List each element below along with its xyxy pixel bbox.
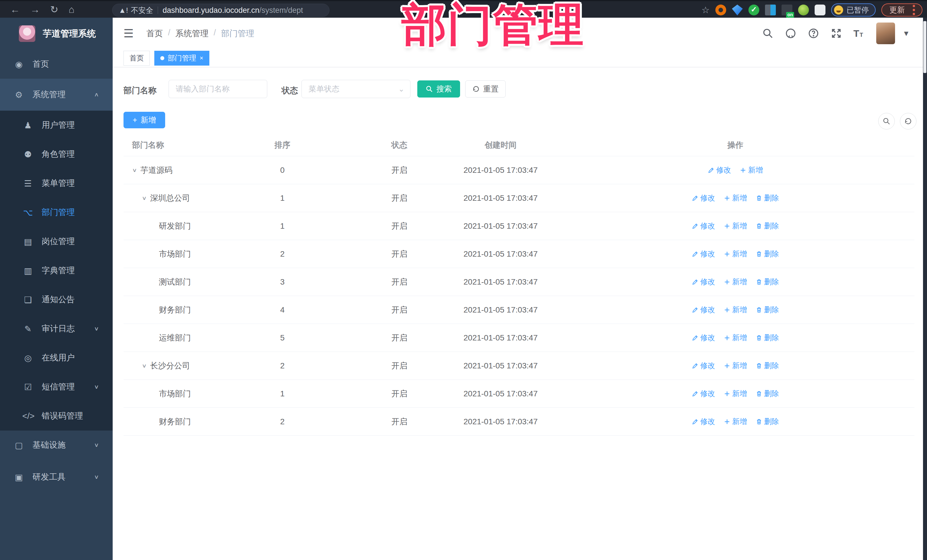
order-value: 5: [211, 333, 354, 343]
add-action-link[interactable]: 新增: [740, 165, 763, 175]
search-icon[interactable]: [762, 28, 774, 39]
sidebar-item-1[interactable]: ⚙系统管理∧: [0, 79, 112, 111]
edit-action-link[interactable]: 修改: [692, 305, 715, 315]
table-row: ∨芋道源码0开启2021-01-05 17:03:47修改新增: [123, 156, 915, 184]
add-action-link[interactable]: 新增: [723, 417, 747, 426]
sidebar-item-9[interactable]: ✎审计日志∨: [0, 314, 112, 343]
sidebar-item-label: 字典管理: [42, 265, 75, 276]
dev-tools-icon: ▣: [13, 472, 24, 482]
add-action-link[interactable]: 新增: [723, 221, 747, 231]
avatar[interactable]: [876, 23, 895, 44]
table-search-toggle-button[interactable]: [878, 113, 895, 129]
created-time: 2021-01-05 17:03:47: [445, 305, 556, 314]
breadcrumb-item[interactable]: 系统管理: [175, 28, 208, 39]
fullscreen-icon[interactable]: [831, 28, 842, 39]
sidebar-item-10[interactable]: ◎在线用户: [0, 343, 112, 372]
delete-action-link[interactable]: 删除: [755, 333, 779, 343]
breadcrumb-item[interactable]: 首页: [146, 28, 163, 39]
browser-update-button[interactable]: 更新: [881, 3, 922, 17]
browser-menu-dots-icon[interactable]: [913, 9, 915, 11]
add-action-link[interactable]: 新增: [723, 389, 747, 399]
extension-check-icon[interactable]: [748, 5, 759, 15]
window-scrollbar[interactable]: [923, 18, 927, 560]
delete-action-link[interactable]: 删除: [755, 221, 779, 231]
sidebar-item-7[interactable]: ▥字典管理: [0, 256, 112, 285]
sidebar-item-6[interactable]: ▤岗位管理: [0, 227, 112, 256]
add-action-link[interactable]: 新增: [723, 193, 747, 203]
sidebar-item-12[interactable]: </>错误码管理: [0, 401, 112, 431]
github-icon[interactable]: [785, 28, 796, 39]
delete-action-link[interactable]: 删除: [755, 305, 779, 315]
sidebar-item-label: 通知公告: [42, 294, 75, 305]
tag-close-icon[interactable]: ×: [200, 55, 204, 62]
app-logo-row[interactable]: 芋道管理系统: [0, 18, 112, 50]
extension-orange-icon[interactable]: [715, 5, 726, 15]
sidebar-item-0[interactable]: ◉首页: [0, 50, 112, 79]
delete-action-link[interactable]: 删除: [755, 277, 779, 287]
delete-action-link[interactable]: 删除: [755, 417, 779, 426]
scrollbar-thumb[interactable]: [923, 21, 926, 73]
home-icon[interactable]: ⌂: [69, 5, 75, 14]
search-button[interactable]: 搜索: [417, 80, 460, 97]
help-icon[interactable]: [808, 28, 819, 39]
add-button[interactable]: + 新增: [123, 112, 165, 128]
edit-action-link[interactable]: 修改: [692, 361, 715, 371]
profile-paused-badge[interactable]: 已暂停: [831, 3, 876, 17]
dept-name-input[interactable]: [169, 80, 267, 98]
table-refresh-button[interactable]: [900, 113, 916, 129]
add-action-link[interactable]: 新增: [723, 305, 747, 315]
edit-action-link[interactable]: 修改: [692, 193, 715, 203]
bookmark-star-icon[interactable]: ☆: [701, 5, 710, 15]
created-time: 2021-01-05 17:03:47: [445, 194, 556, 203]
edit-action-link[interactable]: 修改: [692, 417, 715, 426]
add-action-link[interactable]: 新增: [723, 277, 747, 287]
add-action-link[interactable]: 新增: [723, 361, 747, 371]
delete-action-link[interactable]: 删除: [755, 193, 779, 203]
add-action-link[interactable]: 新增: [723, 333, 747, 343]
order-value: 2: [211, 249, 354, 259]
sidebar-item-3[interactable]: ⚉角色管理: [0, 140, 112, 169]
extension-switch-icon[interactable]: on: [781, 5, 792, 15]
edit-action-link[interactable]: 修改: [692, 221, 715, 231]
address-bar[interactable]: ▲! 不安全 dashboard.yudao.iocoder.cn /syste…: [112, 4, 330, 17]
delete-action-link[interactable]: 删除: [755, 249, 779, 259]
forward-icon[interactable]: →: [30, 5, 40, 14]
tree-expand-icon[interactable]: ∨: [142, 363, 147, 369]
reload-icon[interactable]: ↻: [50, 5, 58, 14]
edit-action-link[interactable]: 修改: [692, 277, 715, 287]
extensions-puzzle-icon[interactable]: [815, 5, 825, 15]
created-time: 2021-01-05 17:03:47: [445, 249, 556, 259]
extension-pin-icon[interactable]: [732, 5, 743, 15]
font-size-icon[interactable]: TT: [853, 28, 865, 39]
chevron-up-icon: ∧: [94, 91, 99, 98]
url-host: dashboard.yudao.iocoder.cn: [163, 6, 259, 15]
reset-button[interactable]: 重置: [465, 80, 506, 97]
tree-expand-icon[interactable]: ∨: [142, 195, 147, 201]
sidebar-item-8[interactable]: ❏通知公告: [0, 285, 112, 314]
edit-action-link[interactable]: 修改: [692, 389, 715, 399]
back-icon[interactable]: ←: [10, 5, 20, 14]
delete-action-link[interactable]: 删除: [755, 389, 779, 399]
dept-name: 财务部门: [159, 305, 191, 316]
sidebar-toggle-icon[interactable]: ☰: [123, 27, 134, 40]
caret-down-icon[interactable]: ▼: [903, 29, 910, 38]
delete-action-link[interactable]: 删除: [755, 361, 779, 371]
status-select[interactable]: 菜单状态 ⌄: [301, 80, 410, 98]
edit-action-link[interactable]: 修改: [708, 165, 731, 175]
edit-action-link[interactable]: 修改: [692, 249, 715, 259]
sidebar-item-2[interactable]: ♟用户管理: [0, 111, 112, 140]
sidebar-item-4[interactable]: ☰菜单管理: [0, 169, 112, 198]
sidebar-item-13[interactable]: ▢基础设施∨: [0, 431, 112, 460]
add-action-link[interactable]: 新增: [723, 249, 747, 259]
edit-action-link[interactable]: 修改: [692, 333, 715, 343]
sidebar-item-14[interactable]: ▣研发工具∨: [0, 463, 112, 492]
sidebar-item-5[interactable]: ⌥部门管理: [0, 198, 112, 227]
tag-active[interactable]: 部门管理×: [154, 51, 209, 65]
tree-expand-icon[interactable]: ∨: [132, 167, 137, 173]
extension-green-icon[interactable]: [798, 5, 809, 15]
tag-item[interactable]: 首页: [123, 51, 150, 65]
security-warning-icon[interactable]: ▲!: [119, 6, 128, 15]
order-value: 3: [211, 278, 354, 287]
sidebar-item-11[interactable]: ☑短信管理∨: [0, 372, 112, 401]
extension-grid-icon[interactable]: [765, 5, 776, 15]
